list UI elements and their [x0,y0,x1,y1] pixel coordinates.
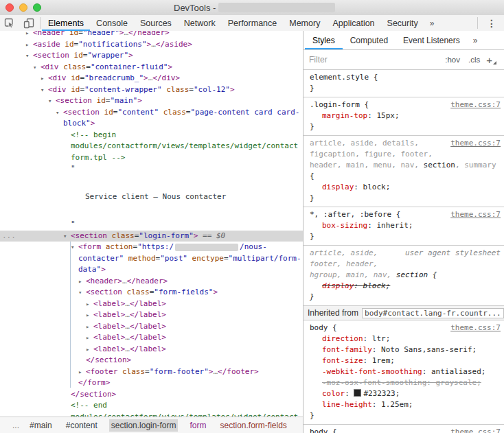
dom-tree-row[interactable]: ▸<label>…</label> [0,344,303,355]
tab-sources[interactable]: Sources [134,15,178,31]
css-selector-line[interactable]: hgroup, main, nav, section { [310,270,501,281]
dom-tree-row[interactable]: ▸<aside id="notifications">…</aside> [0,39,303,51]
expand-arrow-icon[interactable]: ▸ [86,332,93,344]
css-declaration[interactable]: font-size: 1rem; [310,355,501,366]
breadcrumb-item[interactable]: form [187,419,208,432]
css-declaration[interactable]: box-sizing: inherit; [310,220,501,231]
toggle-pseudo-state-button[interactable]: :hov [445,56,460,64]
dom-tree-row[interactable]: modules/contactform/views/templates/widg… [0,141,303,152]
sidebar-tab-event-listeners[interactable]: Event Listeners [396,31,468,49]
css-declaration[interactable]: margin-top: 15px; [310,110,501,121]
expand-arrow-icon[interactable]: ▸ [25,39,33,51]
sidebar-tab-styles[interactable]: Styles [305,31,343,49]
expand-arrow-icon[interactable]: ▸ [86,299,93,310]
expand-arrow-icon[interactable]: ▸ [78,366,86,378]
dom-tree-row[interactable]: ▾<div class="container-fluid"> [0,62,303,73]
dom-tree-row[interactable]: " [0,219,303,231]
dom-tree-row[interactable]: ▾<form action="https://nous- [0,242,303,253]
expand-arrow-icon[interactable]: ▸ [41,73,48,84]
dom-tree-row[interactable]: ▾<section class="form-fields"> [0,287,303,299]
css-selector-line[interactable]: } [310,231,501,242]
tab-memory[interactable]: Memory [283,15,326,31]
dom-tree-row[interactable]: Service client — Nous contacter [0,191,303,203]
tab-elements[interactable]: Elements [42,15,90,31]
dom-tree-row[interactable]: ▾<section class="login-form"> == $0... [0,231,303,242]
dom-tree-row[interactable]: data"> [0,264,303,276]
expand-arrow-icon[interactable]: ▸ [86,321,93,333]
dom-tree-row[interactable]: ▾<section id="wrapper"> [0,50,303,62]
css-selector-line[interactable]: } [310,410,501,421]
css-selector-line[interactable]: } [310,292,501,303]
css-declaration[interactable]: line-height: 1.25em; [310,399,501,410]
css-selector-line[interactable]: footer, header, [310,259,501,270]
dom-tree-row[interactable]: " [0,163,303,175]
kebab-menu-icon[interactable]: ⋮ [479,15,504,31]
minimize-button[interactable] [19,3,27,12]
expand-arrow-icon[interactable]: ▾ [33,62,41,73]
tab-console[interactable]: Console [90,15,134,31]
stylesheet-link[interactable]: theme.css:7 [450,427,501,433]
dom-tree-row[interactable] [0,202,303,219]
dom-tree-row[interactable]: form.tpl --> [0,152,303,164]
dom-tree-row[interactable]: modules/contactform/views/templates/widg… [0,412,303,417]
css-declaration[interactable]: font-family: Noto Sans,sans-serif; [310,344,501,355]
dom-tree-row[interactable]: ▸<header>…</header> [0,276,303,288]
expand-arrow-icon[interactable]: ▸ [78,276,86,288]
css-declaration[interactable]: direction: ltr; [310,333,501,344]
expand-arrow-icon[interactable]: ▾ [78,287,86,299]
expand-arrow-icon[interactable]: ▾ [48,95,56,107]
expand-arrow-icon[interactable]: ▸ [86,344,93,355]
inherited-from-element-link[interactable]: body#contact.lang-fr.countr... [362,308,504,318]
expand-arrow-icon[interactable]: ▾ [25,50,33,62]
breadcrumb-item[interactable]: #main [27,419,54,432]
dom-tree-row[interactable]: </section> [0,355,303,366]
stylesheet-link[interactable]: theme.css:7 [450,138,501,149]
expand-arrow-icon[interactable]: ▾ [56,107,63,119]
css-selector-line[interactable]: } [310,193,501,204]
dom-tree-row[interactable]: </section> [0,389,303,401]
new-style-rule-button[interactable]: + [486,54,496,66]
zoom-button[interactable] [33,3,41,12]
dom-tree-row[interactable]: <!-- begin [0,130,303,141]
css-declaration[interactable]: -moz-osx-font-smoothing: grayscale; [310,377,501,388]
dom-tree-row[interactable]: ▸<div id="breadcrumb_">…</div> [0,73,303,84]
more-actions-dots[interactable]: ... [2,231,16,242]
css-selector-line[interactable]: header, main, menu, nav, section, summar… [310,160,501,171]
dom-tree-row[interactable]: ▾<section id="content" class="page-conte… [0,107,303,119]
css-selector-line[interactable]: { [310,171,501,182]
dom-tree-row[interactable]: contacter" method="post" enctype="multip… [0,253,303,265]
dom-tree-row[interactable]: ▸<label>…</label> [0,309,303,321]
css-selector-line[interactable]: figcaption, figure, footer, [310,149,501,160]
dom-tree-row[interactable]: ▸<label>…</label> [0,332,303,344]
dom-tree-row[interactable] [0,175,303,191]
close-button[interactable] [5,3,14,12]
more-tabs-icon[interactable]: » [424,15,440,31]
css-declaration[interactable]: -webkit-font-smoothing: antialiased; [310,366,501,377]
css-declaration[interactable]: display: block; [310,182,501,193]
inspect-element-icon[interactable] [0,15,19,31]
dom-tree-row[interactable]: ▸<footer class="form-footer">…</footer> [0,366,303,378]
css-selector-line[interactable]: } [310,83,501,94]
breadcrumb-item[interactable]: ... [10,419,21,432]
dom-tree-row[interactable]: ▸<header id="header">…</header> [0,31,303,39]
dom-tree-row[interactable]: ▸<label>…</label> [0,299,303,310]
expand-arrow-icon[interactable]: ▸ [86,309,93,321]
css-selector-line[interactable]: element.style { [310,72,501,83]
sidebar-tab-computed[interactable]: Computed [343,31,396,49]
toggle-device-toolbar-icon[interactable] [19,15,38,31]
breadcrumb-item[interactable]: section.form-fields [218,419,288,432]
dom-tree-row[interactable]: ▾<section id="main"> [0,95,303,107]
tab-application[interactable]: Application [326,15,380,31]
stylesheet-link[interactable]: theme.css:7 [450,323,501,333]
breadcrumb-item[interactable]: section.login-form [109,419,179,432]
tab-performance[interactable]: Performance [222,15,284,31]
breadcrumb-item[interactable]: #content [64,419,100,432]
tab-security[interactable]: Security [381,15,424,31]
expand-arrow-icon[interactable]: ▾ [71,242,78,253]
stylesheet-link[interactable]: theme.css:7 [450,209,501,220]
stylesheet-link[interactable]: theme.css:7 [450,100,501,110]
css-declaration[interactable]: color: #232323; [310,388,501,399]
dom-tree-row[interactable]: ▸<label>…</label> [0,321,303,333]
css-declaration[interactable]: display: block; [310,281,501,292]
toggle-element-classes-button[interactable]: .cls [468,56,480,64]
